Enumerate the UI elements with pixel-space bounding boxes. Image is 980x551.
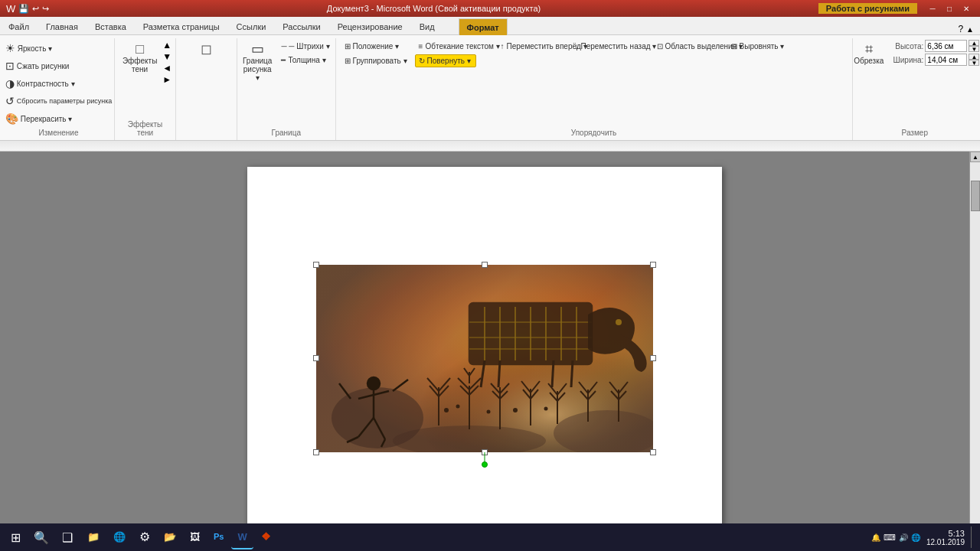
group-icon: ⊞ [345,57,351,65]
tray-volume[interactable]: 🔊 [899,533,908,542]
search-button[interactable]: 🔍 [29,525,54,549]
height-spinner: ▲ ▼ [969,40,979,52]
btn-align-label: Выровнять ▾ [740,42,785,51]
btn-selection[interactable]: ⊡ Область выделения ▾ [653,40,726,53]
maximize-button[interactable]: □ [942,2,957,15]
handle-top-center[interactable] [482,262,488,268]
ribbon-expand-icon[interactable]: ▲ [966,25,974,34]
scroll-up-button[interactable]: ▲ [970,152,980,162]
btn-dashes-label: Штрихи ▾ [296,42,329,51]
shadow-right-icon[interactable]: ► [162,74,172,85]
shadow-down-icon[interactable]: ▼ [162,51,172,62]
clock-time: 5:13 [949,529,965,538]
minimize-button[interactable]: ─ [925,2,940,15]
recolor-icon: 🎨 [5,112,18,125]
quick-redo[interactable]: ↪ [42,4,49,14]
rotate-handle[interactable] [482,461,488,468]
ribbon-tab-bar: Файл Главная Вставка Разметка страницы С… [0,17,980,35]
btn-recolor[interactable]: 🎨 Перекрасить ▾ [2,110,116,127]
handle-top-left[interactable] [313,262,319,268]
handle-middle-left[interactable] [313,355,319,361]
btn-dashes[interactable]: ─ ─ Штрихи ▾ [277,40,333,53]
tab-file[interactable]: Файл [0,18,38,34]
thickness-icon: ━ [281,56,286,64]
tray-notify[interactable]: 🔔 [871,533,880,542]
group-izmenenie-items: ☀ Яркость ▾ ⊡ Сжать рисунки ◑ Контрастно… [2,40,116,127]
taskbar-explorer[interactable]: 📁 [81,525,106,549]
tray-network[interactable]: 🌐 [911,533,920,542]
shadow-left-icon[interactable]: ◄ [162,63,172,73]
rotate-icon: ↻ [419,57,425,65]
tab-view[interactable]: Вид [411,18,443,34]
selection-icon: ⊡ [657,42,663,51]
reset-icon: ↺ [5,95,15,107]
handle-bottom-left[interactable] [313,449,319,455]
btn-group[interactable]: ⊞ Группировать ▾ [341,54,413,67]
taskbar: ⊞ 🔍 ❑ 📁 🌐 ⚙ 📂 🖼 Ps W ❖ 🔔 ⌨ 🔊 🌐 5:13 12.0… [0,523,980,551]
tab-review[interactable]: Рецензирование [329,18,411,34]
shadow-up-icon[interactable]: ▲ [162,40,172,51]
btn-align[interactable]: ⊟ Выровнять ▾ [727,40,773,53]
taskbar-word[interactable]: W [231,525,253,549]
btn-position[interactable]: ⊞ Положение ▾ [341,40,413,53]
taskbar-photos[interactable]: 🖼 [184,525,206,549]
btn-thickness-label: Толщина ▾ [288,56,325,64]
ribbon-help-icon[interactable]: ? [958,24,963,34]
btn-border-style[interactable]: ▭ Границарисунка ▾ [239,40,276,84]
start-button[interactable]: ⊞ [3,525,28,549]
title-bar: W 💾 ↩ ↪ Документ3 - Microsoft Word (Свой… [0,0,980,17]
width-spin-down[interactable]: ▼ [969,60,979,66]
btn-3d[interactable]: ◻ [191,40,222,59]
task-view-button[interactable]: ❑ [55,525,80,549]
document-area [0,152,969,534]
tray-keyboard[interactable]: ⌨ [884,533,896,543]
btn-crop[interactable]: ⌗ Обрезка [850,40,887,67]
btn-shadow-label: Эффектытени [122,57,157,73]
contrast-icon: ◑ [5,77,15,90]
btn-wrap-text[interactable]: ≡ Обтекание текстом ▾ [415,40,495,53]
btn-contrast[interactable]: ◑ Контрастность ▾ [2,75,116,92]
btn-move-forward[interactable]: ↑ Переместить вперёд ▾ [497,40,570,53]
tab-mail[interactable]: Рассылки [274,18,328,34]
btn-move-back[interactable]: ↓ Переместить назад ▾ [571,40,652,53]
size-inputs: Высота: 6,36 см ▲ ▼ Ширина: 14,04 см [889,40,979,66]
btn-brightness[interactable]: ☀ Яркость ▾ [2,40,116,57]
taskbar-settings[interactable]: ⚙ [133,525,156,549]
border-col: ─ ─ Штрихи ▾ ━ Толщина ▾ [277,40,333,67]
image-container[interactable] [316,265,653,452]
taskbar-app2[interactable]: ❖ [255,525,277,549]
handle-top-right[interactable] [650,262,656,268]
group-shadow-label: Эффекты тени [119,119,171,139]
quick-save[interactable]: 💾 [18,4,29,14]
tab-home[interactable]: Главная [38,18,87,34]
taskbar-photoshop[interactable]: Ps [207,525,230,549]
tab-refs[interactable]: Ссылки [228,18,275,34]
handle-middle-right[interactable] [650,355,656,361]
width-input[interactable]: 14,04 см [925,54,967,66]
btn-rotate[interactable]: ↻ Повернуть ▾ [415,54,476,67]
taskbar-files[interactable]: 📂 [158,525,182,549]
quick-undo[interactable]: ↩ [32,4,39,14]
vertical-scrollbar[interactable]: ▲ ▼ [969,152,980,534]
group-border-label: Граница [242,127,331,139]
scroll-thumb[interactable] [971,181,980,211]
tab-format[interactable]: Формат [459,18,508,35]
show-desktop-button[interactable] [971,527,974,548]
btn-shrink[interactable]: ⊡ Сжать рисунки [2,57,116,74]
height-spin-down[interactable]: ▼ [969,46,979,52]
col-brightness: ☀ Яркость ▾ ⊡ Сжать рисунки ◑ Контрастно… [2,40,116,127]
scroll-track [970,162,980,523]
btn-reset[interactable]: ↺ Сбросить параметры рисунка [2,93,116,109]
close-button[interactable]: ✕ [959,2,974,15]
btn-shadow-effects[interactable]: □ Эффектытени [119,40,161,76]
btn-thickness[interactable]: ━ Толщина ▾ [277,54,333,67]
tab-layout[interactable]: Разметка страницы [135,18,228,34]
tab-insert[interactable]: Вставка [87,18,135,34]
taskbar-edge[interactable]: 🌐 [107,525,132,549]
handle-bottom-right[interactable] [650,449,656,455]
width-spinner: ▲ ▼ [969,54,979,66]
group-size-label: Размер [858,127,973,139]
height-label: Высота: [889,42,923,51]
shrink-icon: ⊡ [5,60,15,72]
height-input[interactable]: 6,36 см [925,40,967,52]
